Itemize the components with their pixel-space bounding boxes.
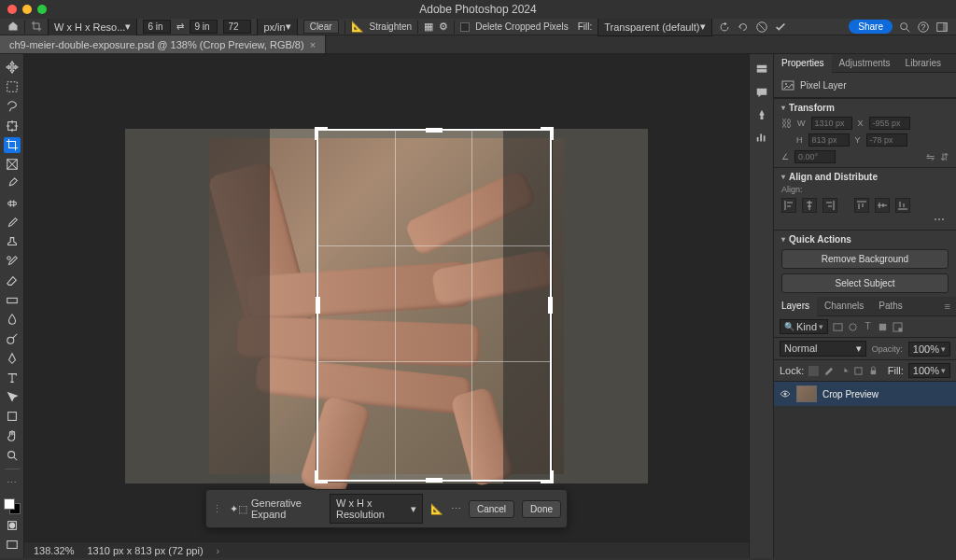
filter-type-icon[interactable]: T: [863, 322, 873, 332]
lock-pixels-icon[interactable]: [823, 366, 834, 376]
tab-properties[interactable]: Properties: [774, 54, 832, 73]
select-subject-button[interactable]: Select Subject: [781, 273, 949, 293]
selection-tool[interactable]: [4, 118, 21, 133]
crop-handle-ne[interactable]: [541, 127, 554, 140]
search-icon[interactable]: [898, 21, 911, 34]
crop-width-field[interactable]: 6 in: [143, 20, 171, 34]
crop-settings-icon[interactable]: ⚙: [439, 21, 448, 33]
close-window-icon[interactable]: [7, 5, 17, 14]
dodge-tool[interactable]: [4, 331, 21, 347]
straighten-label[interactable]: Straighten: [370, 21, 413, 32]
lock-artboard-icon[interactable]: [853, 366, 864, 376]
tab-layers[interactable]: Layers: [774, 297, 817, 316]
more-options-icon[interactable]: ⋯: [781, 213, 949, 226]
pen-tool[interactable]: [4, 350, 21, 366]
drag-handle-icon[interactable]: ⋮: [212, 503, 222, 515]
crop-rectangle[interactable]: [316, 129, 552, 482]
reset-icon[interactable]: [718, 21, 731, 34]
path-tool[interactable]: [4, 389, 21, 405]
tab-adjustments[interactable]: Adjustments: [832, 54, 898, 72]
crop-handle-e[interactable]: [548, 297, 553, 314]
remove-background-button[interactable]: Remove Background: [781, 249, 949, 269]
tab-channels[interactable]: Channels: [817, 297, 871, 315]
quick-mask-toggle[interactable]: [4, 518, 21, 534]
swap-dimensions-icon[interactable]: ⇄: [176, 21, 184, 32]
crop-tool[interactable]: [4, 137, 21, 153]
undo-last-icon[interactable]: [737, 21, 750, 34]
zoom-tool[interactable]: [4, 447, 21, 463]
stamp-tool[interactable]: [4, 234, 21, 250]
layer-row[interactable]: Crop Preview: [774, 382, 956, 406]
crop-preset-select-ctx[interactable]: W x H x Resolution▾: [330, 494, 423, 524]
angle-field[interactable]: 0.00°: [794, 150, 836, 163]
align-vcenter-button[interactable]: [875, 198, 890, 213]
x-field[interactable]: -955 px: [869, 117, 910, 130]
filter-smart-icon[interactable]: [893, 322, 903, 332]
window-controls[interactable]: [7, 5, 47, 14]
fill-opacity-field[interactable]: 100%▾: [908, 363, 950, 378]
overlay-options-icon[interactable]: ▦: [424, 21, 433, 33]
panel-menu-icon[interactable]: ≡: [939, 297, 956, 315]
straighten-icon[interactable]: 📐: [430, 503, 443, 515]
fill-select[interactable]: Transparent (default)▾: [598, 17, 711, 36]
frame-tool[interactable]: [4, 157, 21, 173]
straighten-icon[interactable]: 📐: [351, 21, 364, 33]
layer-name-label[interactable]: Crop Preview: [822, 389, 879, 399]
crop-handle-se[interactable]: [541, 470, 554, 483]
delete-cropped-checkbox[interactable]: [460, 22, 470, 32]
panel-icon[interactable]: [755, 63, 768, 77]
align-top-button[interactable]: [854, 198, 869, 213]
done-button[interactable]: Done: [522, 500, 561, 518]
maximize-window-icon[interactable]: [37, 5, 47, 14]
crop-height-field[interactable]: 9 in: [190, 20, 218, 34]
history-brush-tool[interactable]: [4, 254, 21, 270]
lock-all-icon[interactable]: [868, 366, 879, 376]
lock-position-icon[interactable]: [838, 366, 849, 376]
brush-tool[interactable]: [4, 215, 21, 231]
quick-actions-header[interactable]: Quick Actions: [781, 234, 949, 245]
document-dimensions[interactable]: 1310 px x 813 px (72 ppi): [87, 545, 203, 556]
edit-toolbar[interactable]: ⋯: [4, 475, 21, 491]
close-tab-icon[interactable]: ×: [310, 39, 316, 50]
crop-handle-n[interactable]: [426, 128, 443, 133]
crop-tool-icon[interactable]: [31, 21, 42, 34]
help-icon[interactable]: ?: [917, 21, 930, 34]
visibility-toggle[interactable]: [780, 388, 791, 399]
align-left-button[interactable]: [781, 198, 796, 213]
commit-crop-icon[interactable]: [774, 21, 787, 34]
shape-tool[interactable]: [4, 409, 21, 425]
blend-mode-select[interactable]: Normal▾: [780, 341, 866, 357]
align-hcenter-button[interactable]: [802, 198, 817, 213]
brushes-icon[interactable]: [755, 108, 768, 121]
y-field[interactable]: -78 px: [866, 133, 907, 147]
height-field[interactable]: 813 px: [808, 133, 850, 147]
home-icon[interactable]: [7, 21, 19, 34]
move-tool[interactable]: [4, 60, 21, 76]
clear-button[interactable]: Clear: [303, 20, 339, 34]
minimize-window-icon[interactable]: [22, 5, 32, 14]
align-section-header[interactable]: Align and Distribute: [781, 172, 949, 182]
color-swatches[interactable]: [4, 498, 21, 514]
flip-horizontal-icon[interactable]: ⇋: [926, 151, 935, 163]
cancel-button[interactable]: Cancel: [469, 500, 514, 518]
generative-expand-button[interactable]: ✦⬚Generative Expand: [230, 497, 322, 520]
lock-transparent-icon[interactable]: [808, 366, 819, 376]
hand-tool[interactable]: [4, 428, 21, 444]
width-field[interactable]: 1310 px: [811, 117, 852, 130]
link-icon[interactable]: ⛓: [781, 118, 792, 129]
crop-preset-select[interactable]: W x H x Reso...▾: [48, 17, 137, 36]
healing-tool[interactable]: [4, 195, 21, 211]
align-right-button[interactable]: [822, 198, 837, 213]
crop-resolution-field[interactable]: 72: [223, 20, 251, 34]
opacity-field[interactable]: 100%▾: [908, 342, 950, 357]
share-button[interactable]: Share: [849, 20, 893, 34]
transform-section-header[interactable]: Transform: [781, 103, 949, 113]
histogram-icon[interactable]: [755, 131, 768, 144]
filter-shape-icon[interactable]: [878, 322, 888, 332]
status-chevron-icon[interactable]: ›: [217, 545, 220, 556]
crop-handle-sw[interactable]: [315, 470, 328, 483]
filter-kind-select[interactable]: 🔍Kind▾: [780, 319, 828, 334]
tab-paths[interactable]: Paths: [871, 297, 910, 315]
foreground-color[interactable]: [4, 498, 15, 510]
lasso-tool[interactable]: [4, 99, 21, 115]
